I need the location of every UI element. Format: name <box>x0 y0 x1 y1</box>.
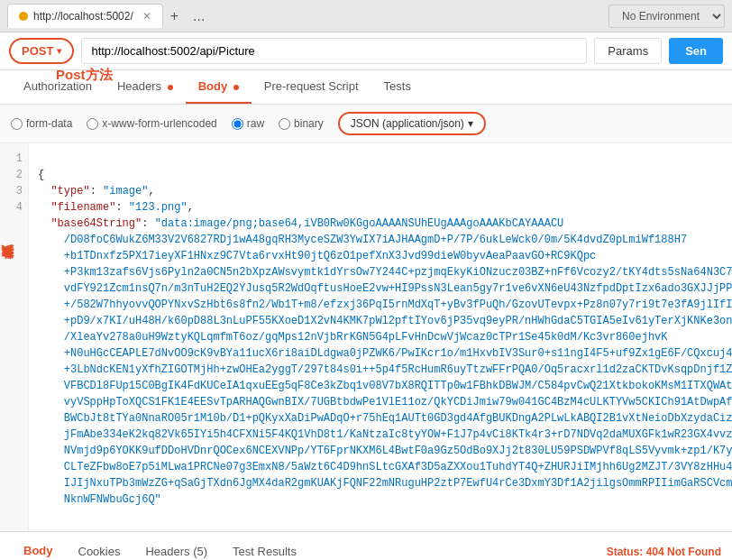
json-type-button[interactable]: JSON (application/json) ▾ <box>338 112 486 135</box>
method-label: POST <box>22 44 53 58</box>
resp-tab-cookies[interactable]: Cookies <box>66 538 133 560</box>
json-chevron-icon: ▾ <box>468 117 473 130</box>
request-tabs-nav: Authorization Headers Body Pre-request S… <box>0 70 732 105</box>
url-bar: POST ▾ Params Sen Post方法 <box>0 32 732 70</box>
url-input[interactable] <box>81 38 587 64</box>
body-dot <box>233 85 239 90</box>
headers-dot <box>168 85 173 90</box>
code-editor-content[interactable]: { "type": "image", "filename": "123.png"… <box>29 143 732 531</box>
params-button[interactable]: Params <box>594 38 662 64</box>
resp-tab-body[interactable]: Body <box>11 537 66 560</box>
form-data-option[interactable]: form-data <box>11 117 72 130</box>
form-data-radio[interactable] <box>11 118 23 130</box>
code-editor: 1 2 3 4 { "type": "image", "filename": "… <box>0 143 732 532</box>
resp-tab-headers[interactable]: Headers (5) <box>133 538 220 560</box>
tab-headers[interactable]: Headers <box>105 70 186 104</box>
new-tab-button[interactable]: + <box>163 5 186 28</box>
tab-close-icon[interactable]: ✕ <box>142 10 151 23</box>
method-button[interactable]: POST ▾ <box>9 38 74 64</box>
tab-body[interactable]: Body <box>186 70 252 104</box>
json-type-label: JSON (application/json) <box>351 117 464 130</box>
binary-radio[interactable] <box>279 118 290 130</box>
raw-option[interactable]: raw <box>232 117 264 130</box>
tab-authorization[interactable]: Authorization <box>11 70 105 104</box>
urlencoded-option[interactable]: x-www-form-urlencoded <box>87 117 216 130</box>
body-type-row: form-data x-www-form-urlencoded raw bina… <box>0 105 732 143</box>
tab-menu-button[interactable]: ... <box>186 5 212 28</box>
status-badge: Status: 404 Not Found <box>607 546 721 558</box>
resp-tab-test-results[interactable]: Test Results <box>220 538 309 560</box>
tab-url-label: http://localhost:5002/ <box>33 10 133 23</box>
response-tabs-bar: Body Cookies Headers (5) Test Results St… <box>0 532 732 560</box>
line-numbers: 1 2 3 4 <box>0 143 29 531</box>
tab-tests[interactable]: Tests <box>371 70 424 104</box>
send-button[interactable]: Sen <box>669 38 723 64</box>
urlencoded-radio[interactable] <box>87 118 98 130</box>
tab-bar: http://localhost:5002/ ✕ + ... No Enviro… <box>0 0 732 32</box>
editor-inner: 1 2 3 4 { "type": "image", "filename": "… <box>0 143 732 531</box>
raw-radio[interactable] <box>232 118 243 130</box>
tab-prerequest[interactable]: Pre-request Script <box>252 70 371 104</box>
environment-selector[interactable]: No Environment <box>608 5 725 28</box>
method-chevron-icon: ▾ <box>57 46 61 56</box>
tab-favicon <box>19 12 28 21</box>
binary-option[interactable]: binary <box>279 117 324 130</box>
browser-tab[interactable]: http://localhost:5002/ ✕ <box>7 4 163 28</box>
